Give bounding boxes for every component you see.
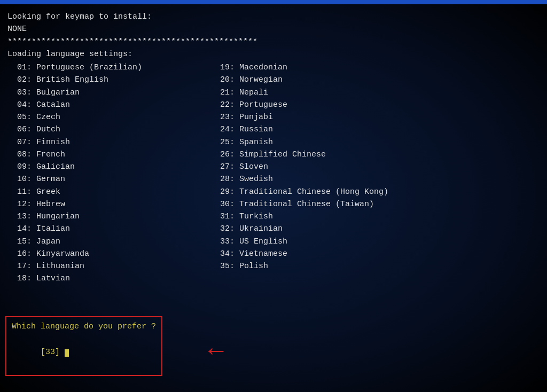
prompt-default-text: [33]: [41, 348, 65, 357]
terminal-content: Looking for keymap to install: NONE ****…: [7, 11, 540, 285]
list-item: 22: Portuguese: [210, 99, 520, 111]
list-item: 17: Lithuanian: [7, 260, 210, 272]
list-item: 34: Vietnamese: [210, 248, 520, 260]
list-item: 32: Ukrainian: [210, 223, 520, 235]
list-item: 33: US English: [210, 236, 520, 248]
list-item: 14: Italian: [7, 223, 210, 235]
list-item: 04: Catalan: [7, 99, 210, 111]
prompt-question: Which language do you prefer ?: [12, 320, 156, 333]
list-item: 29: Traditional Chinese (Hong Kong): [210, 186, 520, 198]
list-item: 16: Kinyarwanda: [7, 248, 210, 260]
list-item: 01: Portuguese (Brazilian): [7, 61, 210, 74]
list-item: 27: Sloven: [210, 161, 520, 173]
list-item: 21: Nepali: [210, 87, 520, 99]
list-item: 08: French: [7, 148, 210, 161]
arrow-icon: ←: [208, 339, 224, 364]
header-line1: Looking for keymap to install:: [7, 11, 540, 23]
list-item: 13: Hungarian: [7, 210, 210, 223]
list-item: 28: Swedish: [210, 173, 520, 185]
list-item: 07: Finnish: [7, 136, 210, 148]
language-grid: 01: Portuguese (Brazilian) 02: British E…: [7, 61, 540, 285]
list-item: 35: Polish: [210, 260, 520, 272]
list-item: 12: Hebrew: [7, 198, 210, 210]
language-col-right: 19: Macedonian 20: Norwegian 21: Nepali …: [210, 61, 520, 285]
list-item: 31: Turkish: [210, 210, 520, 223]
header-line2: NONE: [7, 23, 540, 35]
language-col-left: 01: Portuguese (Brazilian) 02: British E…: [7, 61, 210, 285]
prompt-default[interactable]: [33]: [12, 333, 156, 372]
list-item: 05: Czech: [7, 111, 210, 123]
list-item: 23: Punjabi: [210, 111, 520, 123]
list-item: 20: Norwegian: [210, 74, 520, 86]
top-bar: [0, 0, 547, 4]
list-item: 09: Galician: [7, 161, 210, 173]
list-item: 18: Latvian: [7, 272, 210, 285]
prompt-box[interactable]: Which language do you prefer ? [33]: [5, 316, 162, 376]
terminal-screen: Looking for keymap to install: NONE ****…: [0, 0, 547, 392]
list-item: 11: Greek: [7, 186, 210, 198]
list-item: 19: Macedonian: [210, 61, 520, 74]
list-item: 30: Traditional Chinese (Taiwan): [210, 198, 520, 210]
loading-line: Loading language settings:: [7, 48, 540, 60]
list-item: 02: British English: [7, 74, 210, 86]
list-item: 25: Spanish: [210, 136, 520, 148]
list-item: 15: Japan: [7, 236, 210, 248]
list-item: 10: German: [7, 173, 210, 185]
list-item: 06: Dutch: [7, 123, 210, 136]
list-item: 26: Simplified Chinese: [210, 148, 520, 161]
list-item: 24: Russian: [210, 123, 520, 136]
stars-line: ****************************************…: [7, 36, 540, 48]
list-item: 03: Bulgarian: [7, 87, 210, 99]
cursor: [65, 349, 69, 357]
